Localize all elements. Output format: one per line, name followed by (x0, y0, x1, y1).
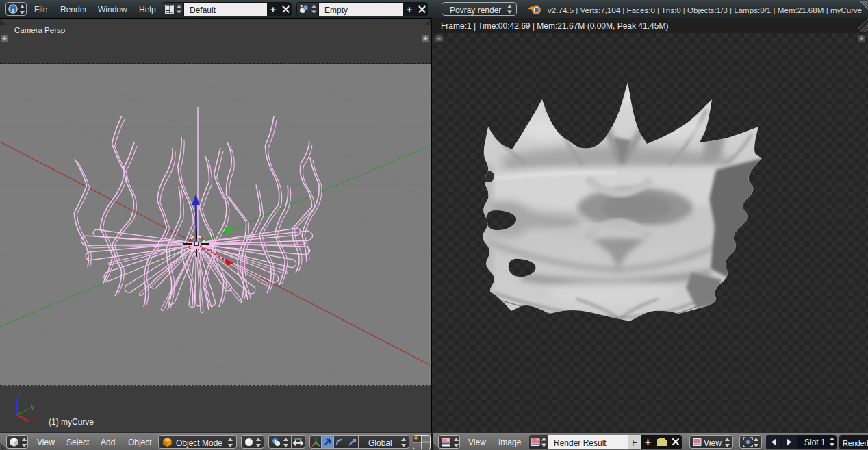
svg-text:z: z (18, 390, 23, 399)
svg-text:x: x (30, 416, 34, 423)
svg-text:y: y (31, 402, 35, 410)
